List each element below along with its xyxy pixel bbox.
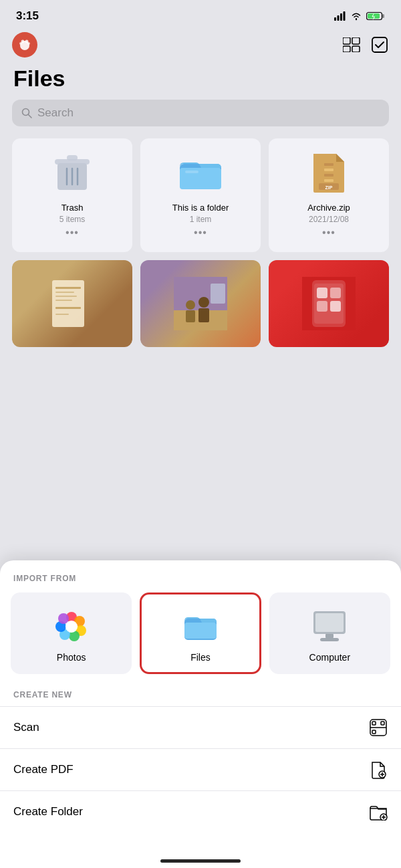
svg-rect-16	[352, 46, 360, 52]
file-card-trash[interactable]: Trash 5 items •••	[12, 138, 132, 252]
file-grid: Trash 5 items ••• This is a folder 1 ite…	[0, 138, 401, 252]
scan-label: Scan	[13, 721, 39, 734]
page-title: Files	[0, 63, 401, 100]
svg-point-4	[356, 19, 357, 20]
svg-rect-69	[320, 638, 339, 641]
svg-rect-67	[315, 613, 344, 632]
app-thumbnail	[302, 277, 356, 330]
search-bar[interactable]: Search	[12, 100, 389, 126]
computer-icon	[311, 608, 348, 645]
svg-point-11	[19, 42, 22, 45]
file-card-meta: 2021/12/08	[309, 215, 349, 224]
scan-icon	[369, 718, 388, 737]
status-icons	[334, 11, 385, 21]
signal-icon	[334, 11, 346, 21]
battery-icon	[366, 11, 385, 21]
svg-rect-55	[330, 301, 341, 312]
svg-rect-41	[55, 314, 69, 315]
svg-rect-0	[334, 17, 336, 21]
import-option-files[interactable]: Files	[140, 592, 261, 674]
svg-rect-45	[186, 310, 195, 322]
app-logo[interactable]	[12, 32, 37, 58]
bottom-sheet: IMPORT FROM Photos	[0, 560, 401, 868]
svg-rect-73	[372, 730, 376, 734]
svg-point-46	[198, 297, 209, 308]
svg-rect-39	[55, 300, 72, 301]
svg-line-19	[29, 115, 32, 118]
create-item-scan[interactable]: Scan	[0, 706, 401, 748]
svg-rect-3	[344, 11, 346, 21]
svg-rect-36	[55, 287, 81, 289]
svg-rect-54	[317, 301, 327, 312]
file-card-zip[interactable]: ZIP Archive.zip 2021/12/08 •••	[269, 138, 389, 252]
svg-rect-15	[343, 46, 350, 52]
file-card-name: This is a folder	[172, 203, 229, 213]
create-pdf-label: Create PDF	[13, 763, 74, 776]
file-card-dots[interactable]: •••	[65, 227, 79, 239]
create-item-pdf[interactable]: Create PDF	[0, 748, 401, 790]
svg-rect-6	[382, 14, 384, 18]
import-option-computer[interactable]: Computer	[269, 592, 390, 674]
svg-rect-37	[55, 292, 74, 293]
svg-rect-52	[317, 288, 327, 298]
nav-right	[342, 35, 389, 54]
zip-icon: ZIP	[305, 149, 352, 196]
file-card-dots[interactable]: •••	[322, 227, 336, 239]
search-placeholder: Search	[37, 106, 74, 120]
file-card-meta: 5 items	[59, 215, 86, 224]
status-bar: 3:15	[0, 0, 401, 28]
file-card-name: Archive.zip	[307, 203, 350, 213]
app-logo-icon	[17, 37, 33, 53]
svg-rect-71	[372, 722, 376, 725]
svg-point-12	[27, 42, 30, 45]
svg-rect-17	[372, 37, 387, 52]
svg-rect-68	[325, 634, 333, 638]
wifi-icon	[350, 11, 362, 21]
computer-label: Computer	[309, 652, 350, 663]
photo-card-receipt[interactable]	[12, 260, 132, 347]
photos-label: Photos	[57, 652, 86, 663]
import-option-photos[interactable]: Photos	[11, 592, 132, 674]
svg-text:ZIP: ZIP	[325, 185, 333, 190]
files-label: Files	[190, 652, 211, 663]
files-icon	[182, 608, 219, 645]
create-folder-label: Create Folder	[13, 805, 83, 819]
file-card-name: Trash	[61, 203, 84, 213]
svg-rect-40	[55, 307, 81, 309]
list-view-icon[interactable]	[342, 35, 361, 54]
svg-rect-38	[55, 296, 77, 297]
top-nav	[0, 28, 401, 63]
svg-point-44	[186, 300, 195, 310]
svg-rect-48	[211, 284, 225, 304]
svg-point-63	[65, 621, 78, 633]
svg-rect-14	[352, 37, 360, 44]
svg-point-62	[58, 613, 69, 624]
folder-icon	[177, 149, 224, 196]
svg-rect-28	[185, 171, 198, 173]
classroom-thumbnail	[174, 277, 227, 330]
checkbox-icon[interactable]	[370, 35, 389, 54]
search-icon	[21, 108, 32, 118]
create-section-title: CREATE NEW	[0, 687, 401, 706]
svg-rect-47	[198, 308, 209, 322]
svg-rect-53	[330, 288, 341, 298]
file-card-folder[interactable]: This is a folder 1 item •••	[140, 138, 261, 252]
photo-card-classroom[interactable]	[140, 260, 261, 347]
file-card-meta: 1 item	[190, 215, 212, 224]
svg-rect-30	[324, 169, 333, 171]
create-item-folder[interactable]: Create Folder	[0, 790, 401, 833]
file-card-dots[interactable]: •••	[194, 227, 207, 239]
home-indicator	[160, 859, 241, 863]
import-section-title: IMPORT FROM	[0, 574, 401, 592]
create-pdf-icon	[369, 760, 388, 779]
photo-card-app[interactable]	[269, 260, 389, 347]
photos-icon	[53, 608, 90, 645]
svg-rect-29	[324, 163, 333, 166]
trash-icon	[49, 149, 96, 196]
svg-rect-72	[381, 722, 384, 725]
svg-rect-22	[67, 155, 78, 160]
photo-grid	[0, 260, 401, 347]
create-folder-icon	[369, 802, 388, 821]
status-time: 3:15	[16, 9, 39, 23]
svg-rect-2	[340, 13, 342, 21]
